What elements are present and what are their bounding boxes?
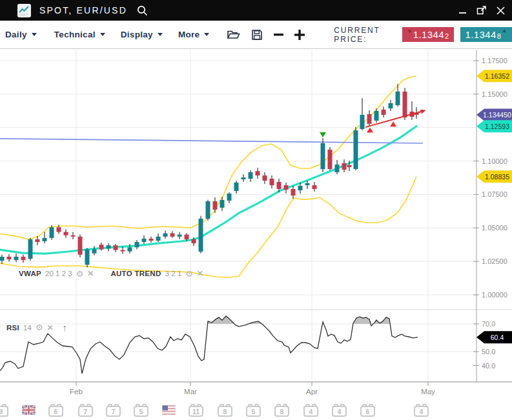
timeframe-menu-label: Daily bbox=[5, 30, 27, 39]
svg-text:1.12593: 1.12593 bbox=[485, 123, 509, 130]
vwap-settings-icon[interactable]: ⚙ bbox=[76, 270, 84, 278]
event-calendar-icon[interactable]: 8 bbox=[274, 406, 289, 417]
bid-price-value: 1.1344 bbox=[413, 29, 444, 40]
y-axis-label: 40.0 bbox=[482, 362, 495, 370]
arrow-up-icon: ▲ bbox=[502, 28, 507, 34]
technical-menu[interactable]: Technical bbox=[54, 30, 105, 39]
bid-price-badge: ▼ 1.1344 2 bbox=[402, 27, 454, 42]
event-calendar-icon[interactable]: 6 bbox=[48, 406, 63, 417]
more-menu-label: More bbox=[178, 30, 200, 39]
more-menu[interactable]: More bbox=[178, 30, 209, 39]
x-axis-labels: FebMarAprMay bbox=[70, 382, 435, 395]
app-logo-icon bbox=[17, 4, 31, 17]
x-axis-label: Feb bbox=[70, 388, 83, 395]
svg-text:1.16352: 1.16352 bbox=[485, 72, 509, 80]
event-calendar-icon[interactable]: 7 bbox=[78, 406, 93, 417]
rsi-move-up-icon[interactable]: ↑ bbox=[63, 322, 68, 333]
panel-borders bbox=[0, 50, 512, 382]
bollinger-lower-band bbox=[0, 177, 416, 277]
svg-text:1.134450: 1.134450 bbox=[483, 111, 511, 119]
rsi-indicator-label: RSI bbox=[6, 324, 19, 332]
x-axis-label: May bbox=[421, 388, 435, 395]
chart-toolbar: Daily Technical Display More CURRENT bbox=[0, 21, 512, 49]
window-controls bbox=[456, 4, 507, 17]
trend-signal-marker bbox=[390, 121, 396, 126]
timeframe-menu[interactable]: Daily bbox=[5, 30, 37, 39]
indicator-row-rsi: RSI 14 ⚙ ✕ ↑ bbox=[6, 322, 67, 333]
vwap-line bbox=[0, 139, 423, 143]
y-axis-label: 50.0 bbox=[482, 348, 495, 355]
search-icon[interactable] bbox=[137, 5, 148, 16]
ask-price-badge: 1.1344 8 ▲ bbox=[460, 27, 512, 42]
event-calendar-icon[interactable]: 4 bbox=[414, 406, 429, 417]
popout-button[interactable] bbox=[475, 4, 488, 17]
close-icon[interactable] bbox=[494, 4, 507, 17]
indicator-row-main: VWAP 20 1 2 3 ⚙ ✕ AUTO TREND 3 2 1 ⚙ ✕ bbox=[19, 269, 203, 278]
svg-text:1.08835: 1.08835 bbox=[485, 173, 509, 181]
chevron-down-icon bbox=[204, 33, 209, 36]
ask-price-pip: 8 bbox=[497, 32, 502, 40]
chevron-down-icon bbox=[32, 33, 37, 36]
ask-price-value: 1.1344 bbox=[465, 29, 496, 40]
display-menu-label: Display bbox=[121, 30, 153, 39]
y-axis-label: 70.0 bbox=[482, 320, 495, 328]
rsi-indicator-params: 14 bbox=[23, 324, 32, 332]
arrow-down-icon: ▼ bbox=[407, 29, 412, 34]
vwap-remove-icon[interactable]: ✕ bbox=[87, 269, 94, 278]
vwap-indicator-params: 20 1 2 3 bbox=[45, 270, 72, 277]
price-chart-canvas[interactable]: 1.175001.150001.100001.075001.050001.025… bbox=[0, 49, 512, 420]
technical-menu-label: Technical bbox=[54, 30, 96, 39]
event-calendar-icon[interactable]: 4 bbox=[332, 406, 347, 417]
y-axis-label: 1.15000 bbox=[482, 90, 507, 98]
autotrend-indicator-params: 3 2 1 bbox=[165, 270, 182, 277]
y-axis-label: 1.17500 bbox=[482, 57, 507, 65]
rsi-remove-icon[interactable]: ✕ bbox=[47, 323, 54, 332]
autotrend-settings-icon[interactable]: ⚙ bbox=[185, 270, 193, 278]
vwap-indicator-label: VWAP bbox=[19, 270, 41, 277]
y-axis-label: 1.10000 bbox=[482, 157, 507, 165]
event-calendar-icon[interactable]: 5 bbox=[246, 406, 261, 417]
event-calendar-icon[interactable]: 6 bbox=[360, 406, 375, 417]
trend-signal-marker bbox=[367, 127, 373, 132]
event-calendar-icon[interactable]: 4 bbox=[303, 406, 318, 417]
minimize-button[interactable] bbox=[456, 4, 469, 17]
svg-text:60.4: 60.4 bbox=[491, 334, 504, 341]
bid-price-pip: 2 bbox=[445, 32, 449, 40]
open-folder-icon[interactable] bbox=[227, 29, 240, 40]
event-calendar-icon[interactable]: 11 bbox=[189, 406, 203, 417]
chevron-down-icon bbox=[100, 33, 105, 36]
zoom-in-icon[interactable] bbox=[294, 29, 305, 41]
window-title: SPOT, EUR/USD bbox=[39, 5, 127, 15]
window-titlebar: SPOT, EUR/USD bbox=[0, 0, 512, 21]
event-calendar-icon[interactable]: 9 bbox=[0, 406, 8, 417]
indicator-lines bbox=[0, 76, 423, 277]
price-tags: 1.163521.1344501.125931.0883560.4 bbox=[476, 70, 512, 343]
autotrend-indicator-label: AUTO TREND bbox=[110, 270, 161, 277]
y-axis-label: 1.00000 bbox=[482, 291, 507, 299]
y-axis-label: 1.05000 bbox=[482, 224, 507, 232]
trend-signal-marker bbox=[320, 132, 326, 137]
event-calendar-icon[interactable]: 5 bbox=[134, 406, 148, 417]
rsi-settings-icon[interactable]: ⚙ bbox=[36, 323, 43, 332]
current-price-label: CURRENT PRICE: bbox=[334, 26, 384, 44]
candlesticks bbox=[0, 84, 419, 267]
zoom-out-icon[interactable] bbox=[273, 29, 284, 40]
autotrend-remove-icon[interactable]: ✕ bbox=[197, 269, 203, 278]
us-flag-icon[interactable] bbox=[162, 405, 176, 415]
save-icon[interactable] bbox=[251, 29, 263, 41]
chevron-down-icon bbox=[158, 33, 163, 36]
economic-events-strip: 9 6775 118584464 bbox=[0, 404, 512, 419]
y-axis-label: 1.07500 bbox=[482, 190, 507, 198]
event-calendar-icon[interactable]: 8 bbox=[218, 406, 232, 417]
gb-flag-icon[interactable] bbox=[22, 405, 36, 415]
display-menu[interactable]: Display bbox=[121, 30, 163, 39]
x-axis-label: Apr bbox=[306, 388, 318, 395]
y-axis-labels: 1.175001.150001.100001.075001.050001.025… bbox=[473, 57, 507, 370]
y-axis-label: 1.02500 bbox=[482, 257, 507, 265]
x-axis-label: Mar bbox=[184, 388, 197, 395]
event-calendar-icon[interactable]: 7 bbox=[106, 406, 121, 417]
